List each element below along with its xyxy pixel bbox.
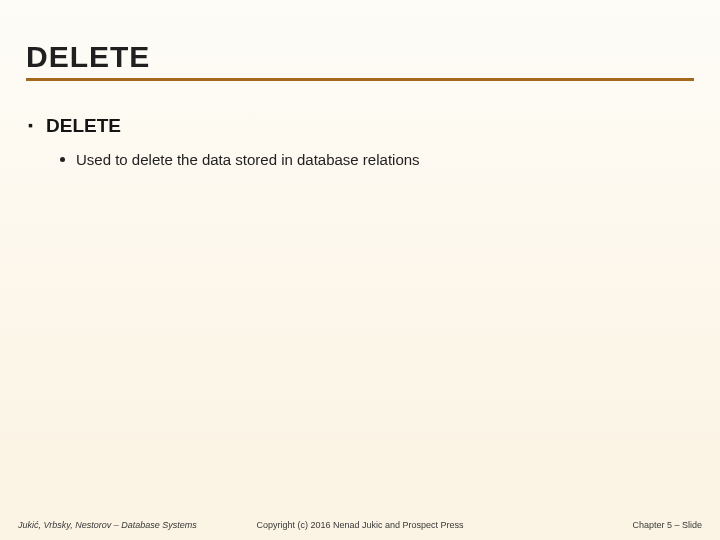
dot-bullet-icon (60, 157, 65, 162)
title-underline (26, 78, 694, 81)
slide: DELETE ▪ DELETE Used to delete the data … (0, 0, 720, 540)
bullet-level1-text: DELETE (46, 115, 121, 136)
footer-copyright: Copyright (c) 2016 Nenad Jukic and Prosp… (18, 520, 702, 530)
bullet-level2: Used to delete the data stored in databa… (28, 151, 694, 168)
content-area: ▪ DELETE Used to delete the data stored … (28, 115, 694, 168)
square-bullet-icon: ▪ (28, 118, 38, 128)
bullet-level1: ▪ DELETE (28, 115, 694, 137)
slide-title: DELETE (26, 40, 694, 77)
footer-slideref: Chapter 5 – Slide (632, 520, 702, 530)
bullet-level2-text: Used to delete the data stored in databa… (76, 151, 420, 168)
